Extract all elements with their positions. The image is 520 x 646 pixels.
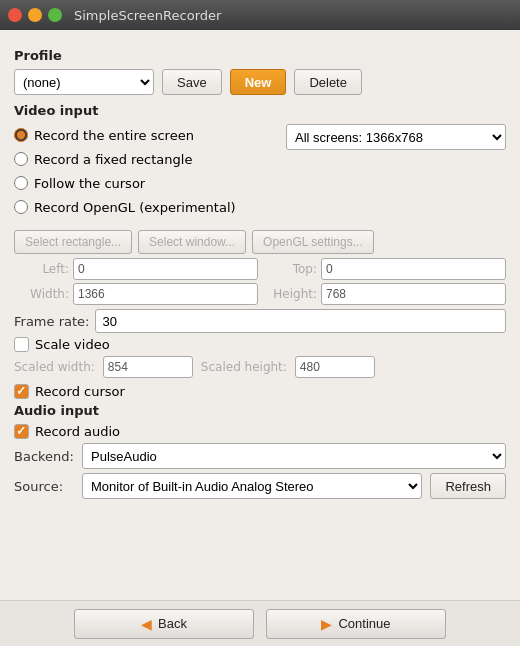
scaled-height-label: Scaled height: — [201, 360, 287, 374]
back-arrow-icon: ◀ — [141, 616, 152, 632]
refresh-button[interactable]: Refresh — [430, 473, 506, 499]
scaled-width-label: Scaled width: — [14, 360, 95, 374]
titlebar: SimpleScreenRecorder — [0, 0, 520, 30]
left-input[interactable] — [74, 262, 257, 276]
back-button[interactable]: ◀ Back — [74, 609, 254, 639]
scale-video-checkbox[interactable] — [14, 337, 29, 352]
height-spinbox — [321, 283, 506, 305]
new-button[interactable]: New — [230, 69, 287, 95]
audio-input-label: Audio input — [14, 403, 506, 418]
scaled-width-input[interactable] — [104, 360, 192, 374]
record-audio-row: Record audio — [14, 424, 506, 439]
radio-opengl-label: Record OpenGL (experimental) — [34, 200, 236, 215]
record-cursor-label: Record cursor — [35, 384, 125, 399]
record-cursor-checkbox[interactable] — [14, 384, 29, 399]
left-label: Left: — [14, 262, 69, 276]
framerate-label: Frame rate: — [14, 314, 89, 329]
width-label: Width: — [14, 287, 69, 301]
scaled-height-spinbox — [295, 356, 375, 378]
radio-opengl-input[interactable] — [14, 200, 28, 214]
radio-group: Record the entire screen Record a fixed … — [14, 124, 236, 218]
radio-follow-cursor-input[interactable] — [14, 176, 28, 190]
backend-row: Backend: PulseAudio — [14, 443, 506, 469]
select-rectangle-button[interactable]: Select rectangle... — [14, 230, 132, 254]
scaled-dimensions-row: Scaled width: Scaled height: — [14, 356, 506, 378]
bottom-bar: ◀ Back ▶ Continue — [0, 600, 520, 646]
screen-select-right: All screens: 1366x768 — [286, 124, 506, 150]
source-select[interactable]: Monitor of Built-in Audio Analog Stereo — [82, 473, 422, 499]
left-spinbox — [73, 258, 258, 280]
close-button[interactable] — [8, 8, 22, 22]
radio-entire-screen: Record the entire screen — [14, 124, 236, 146]
width-input[interactable] — [74, 287, 257, 301]
continue-label: Continue — [338, 616, 390, 631]
scaled-width-spinbox — [103, 356, 193, 378]
height-label: Height: — [262, 287, 317, 301]
opengl-settings-button[interactable]: OpenGL settings... — [252, 230, 374, 254]
radio-follow-cursor-label: Follow the cursor — [34, 176, 145, 191]
record-audio-checkbox[interactable] — [14, 424, 29, 439]
profile-row: (none) Save New Delete — [14, 69, 506, 95]
height-input[interactable] — [322, 287, 505, 301]
maximize-button[interactable] — [48, 8, 62, 22]
backend-label: Backend: — [14, 449, 74, 464]
main-content: Profile (none) Save New Delete Video inp… — [0, 30, 520, 646]
top-label: Top: — [262, 262, 317, 276]
video-input-label: Video input — [14, 103, 506, 118]
minimize-button[interactable] — [28, 8, 42, 22]
top-spinbox — [321, 258, 506, 280]
record-cursor-row: Record cursor — [14, 384, 506, 399]
select-window-button[interactable]: Select window... — [138, 230, 246, 254]
radio-opengl: Record OpenGL (experimental) — [14, 196, 236, 218]
position-fields: Left: Top: Width: Height: — [14, 258, 506, 305]
save-button[interactable]: Save — [162, 69, 222, 95]
width-spinbox — [73, 283, 258, 305]
source-row: Source: Monitor of Built-in Audio Analog… — [14, 473, 506, 499]
radio-entire-screen-input[interactable] — [14, 128, 28, 142]
record-audio-label: Record audio — [35, 424, 120, 439]
profile-label: Profile — [14, 48, 506, 63]
framerate-input[interactable] — [96, 314, 505, 329]
radio-entire-screen-label: Record the entire screen — [34, 128, 194, 143]
framerate-row: Frame rate: — [14, 309, 506, 333]
scale-video-label: Scale video — [35, 337, 110, 352]
radio-fixed-rectangle: Record a fixed rectangle — [14, 148, 236, 170]
radio-follow-cursor: Follow the cursor — [14, 172, 236, 194]
top-input[interactable] — [322, 262, 505, 276]
scale-video-row: Scale video — [14, 337, 506, 352]
backend-select[interactable]: PulseAudio — [82, 443, 506, 469]
radio-fixed-rectangle-label: Record a fixed rectangle — [34, 152, 192, 167]
framerate-spinbox — [95, 309, 506, 333]
continue-arrow-icon: ▶ — [321, 616, 332, 632]
delete-button[interactable]: Delete — [294, 69, 362, 95]
screen-select-row: Record the entire screen Record a fixed … — [14, 124, 506, 224]
window-title: SimpleScreenRecorder — [74, 8, 221, 23]
back-label: Back — [158, 616, 187, 631]
source-label: Source: — [14, 479, 74, 494]
screen-select[interactable]: All screens: 1366x768 — [286, 124, 506, 150]
rect-window-btn-row: Select rectangle... Select window... Ope… — [14, 230, 506, 254]
scaled-height-input[interactable] — [296, 360, 374, 374]
radio-fixed-rectangle-input[interactable] — [14, 152, 28, 166]
profile-select[interactable]: (none) — [14, 69, 154, 95]
continue-button[interactable]: ▶ Continue — [266, 609, 446, 639]
